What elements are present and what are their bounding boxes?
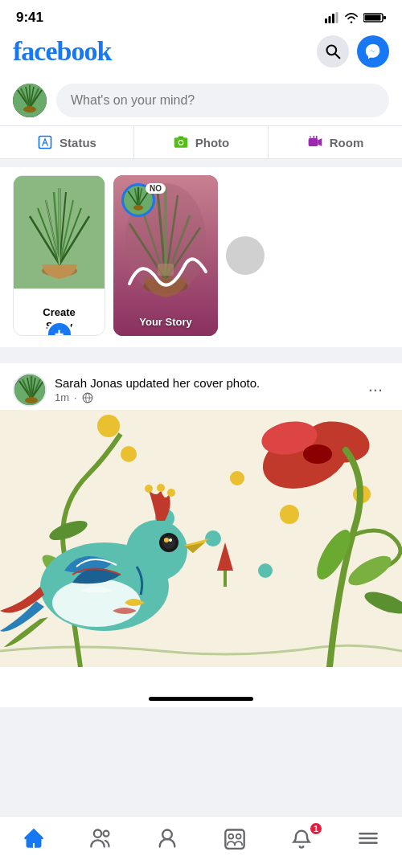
svg-point-91 xyxy=(258,563,273,578)
story-drawing xyxy=(113,248,218,296)
stories-scroll-indicator[interactable] xyxy=(226,236,265,275)
svg-point-90 xyxy=(205,530,221,547)
svg-rect-2 xyxy=(332,14,334,23)
svg-point-77 xyxy=(97,415,120,437)
svg-rect-22 xyxy=(178,137,183,139)
nav-groups[interactable] xyxy=(215,825,255,852)
nav-notifications[interactable]: 1 xyxy=(281,825,322,852)
svg-rect-23 xyxy=(308,138,318,146)
section-divider xyxy=(0,159,402,167)
svg-point-66 xyxy=(25,397,38,403)
post-container: Sarah Jonas updated her cover photo. 1m … xyxy=(0,363,402,667)
svg-point-79 xyxy=(280,505,299,524)
post-author-text: Sarah Jonas updated her cover photo. 1m … xyxy=(55,376,260,403)
svg-rect-3 xyxy=(336,12,338,23)
photo-label: Photo xyxy=(195,136,230,149)
create-story-card[interactable]: + CreateStory xyxy=(13,175,105,336)
friends-icon xyxy=(89,827,112,850)
svg-point-107 xyxy=(236,834,240,839)
svg-point-98 xyxy=(169,538,172,542)
notification-badge: 1 xyxy=(309,821,323,836)
photo-button[interactable]: Photo xyxy=(133,126,268,158)
svg-rect-1 xyxy=(329,16,331,23)
svg-point-96 xyxy=(162,536,175,549)
svg-rect-24 xyxy=(313,136,314,138)
battery-icon xyxy=(363,12,386,23)
create-story-image xyxy=(14,176,105,289)
home-indicator-container xyxy=(0,667,402,707)
nav-home[interactable] xyxy=(14,825,54,852)
svg-rect-6 xyxy=(384,16,386,19)
svg-rect-88 xyxy=(224,571,227,587)
messenger-icon xyxy=(364,43,382,60)
post-author-name: Sarah Jonas updated her cover photo. xyxy=(55,376,260,390)
post-image xyxy=(0,410,402,667)
bottom-nav: 1 xyxy=(0,816,402,868)
post-more-button[interactable]: ··· xyxy=(362,376,389,403)
post-divider xyxy=(0,347,402,355)
profile-icon xyxy=(156,827,178,850)
search-icon xyxy=(325,43,341,59)
svg-point-80 xyxy=(230,471,244,485)
status-icon xyxy=(37,134,53,150)
status-time: 9:41 xyxy=(16,10,43,26)
whats-on-mind-input[interactable] xyxy=(56,84,389,117)
room-label: Room xyxy=(330,136,364,149)
svg-point-100 xyxy=(157,484,165,492)
stories-container: + CreateStory xyxy=(0,167,402,347)
svg-point-99 xyxy=(145,485,153,493)
photo-icon xyxy=(173,134,189,150)
svg-point-17 xyxy=(23,106,36,113)
status-button[interactable]: Status xyxy=(0,126,133,158)
svg-line-8 xyxy=(335,54,339,58)
home-icon xyxy=(23,827,45,850)
status-icons xyxy=(325,12,386,23)
svg-point-78 xyxy=(121,446,137,462)
post-meta: 1m · xyxy=(55,391,260,403)
room-icon xyxy=(307,134,323,150)
post-header: Sarah Jonas updated her cover photo. 1m … xyxy=(0,363,402,410)
facebook-logo: facebook xyxy=(13,36,111,67)
svg-point-94 xyxy=(126,520,187,581)
header-actions xyxy=(317,35,389,68)
svg-point-21 xyxy=(179,141,183,144)
svg-point-102 xyxy=(94,830,101,837)
user-avatar xyxy=(13,84,47,117)
svg-rect-105 xyxy=(225,830,244,849)
search-button[interactable] xyxy=(317,35,349,68)
svg-rect-25 xyxy=(316,136,318,138)
post-avatar xyxy=(13,373,47,407)
signal-icon xyxy=(325,12,339,23)
room-button[interactable]: Room xyxy=(268,126,402,158)
your-story-bg: NO Your Story xyxy=(113,175,218,336)
svg-point-101 xyxy=(167,489,175,497)
post-author-info: Sarah Jonas updated her cover photo. 1m … xyxy=(13,373,260,407)
svg-point-106 xyxy=(228,834,233,839)
wifi-icon xyxy=(344,12,359,23)
groups-icon xyxy=(224,827,246,850)
your-story-card[interactable]: NO Your Story xyxy=(113,175,218,336)
home-indicator xyxy=(149,697,253,701)
messenger-button[interactable] xyxy=(357,35,389,68)
action-buttons: Status Photo Room xyxy=(0,125,402,159)
story-badge: NO xyxy=(146,183,166,194)
svg-point-104 xyxy=(162,830,172,840)
svg-rect-0 xyxy=(325,18,327,23)
svg-point-103 xyxy=(103,831,109,837)
menu-icon xyxy=(357,827,379,850)
svg-point-74 xyxy=(303,444,332,464)
nav-menu[interactable] xyxy=(348,825,388,852)
status-label: Status xyxy=(59,136,96,149)
svg-point-57 xyxy=(133,205,143,211)
svg-point-97 xyxy=(164,538,169,542)
header: facebook xyxy=(0,32,402,77)
status-bar: 9:41 xyxy=(0,0,402,32)
search-bar-container xyxy=(0,77,402,125)
your-story-label: Your Story xyxy=(113,316,218,328)
nav-profile[interactable] xyxy=(147,825,187,852)
svg-rect-5 xyxy=(365,15,381,21)
globe-icon xyxy=(82,392,93,403)
nav-friends[interactable] xyxy=(80,825,121,852)
